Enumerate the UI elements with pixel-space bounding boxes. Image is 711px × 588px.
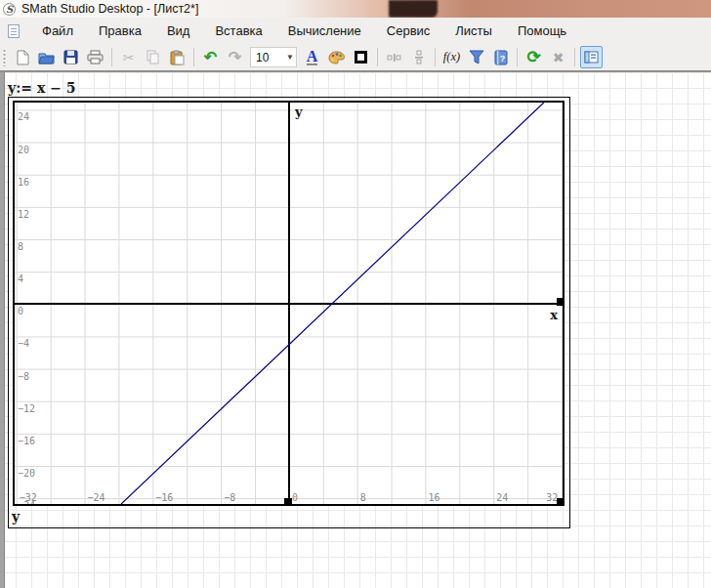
open-folder-icon [38, 50, 55, 64]
y-tick-label: 4 [18, 273, 23, 284]
title-bar: S SMath Studio Desktop - [Лист2*] [0, 0, 711, 18]
toolbar: ✂ ↶ ↷ 10 ▼ A f(x) ? [0, 44, 711, 72]
function-line [121, 103, 544, 504]
y-tick-label: 0 [18, 306, 23, 316]
y-tick-label: −20 [18, 468, 35, 479]
clipboard-icon [170, 50, 185, 65]
font-size-value: 10 [251, 51, 284, 64]
printer-icon [87, 50, 104, 64]
x-tick-label: 24 [496, 492, 508, 503]
menu-item-3[interactable]: Вид [154, 20, 203, 42]
x-tick-label: 8 [360, 492, 366, 503]
copy-pages-icon [146, 50, 160, 64]
plot-function-name[interactable]: y [12, 509, 20, 525]
x-axis-label: x [550, 308, 558, 322]
y-tick-label: −12 [18, 403, 35, 414]
x-tick-label: −24 [88, 492, 105, 503]
fx-icon: f(x) [443, 50, 460, 64]
help-book-icon: ? [494, 50, 508, 65]
x-tick-label: −8 [224, 492, 235, 503]
y-tick-label: 16 [18, 177, 29, 188]
worksheet-left-border [0, 72, 5, 588]
graph-area[interactable]: y x −32−24−16−80816243224201612840−4−8−1… [15, 103, 563, 504]
font-size-combobox[interactable]: 10 ▼ [250, 47, 297, 67]
open-button[interactable] [35, 46, 58, 68]
toolbar-separator [517, 48, 518, 66]
toolbar-grip[interactable] [3, 49, 6, 66]
font-button[interactable]: A [301, 46, 323, 68]
new-page-icon [15, 50, 30, 65]
resize-handle-corner[interactable] [557, 498, 565, 506]
resize-handle-right[interactable] [557, 298, 565, 306]
floppy-disk-icon [63, 50, 78, 64]
y-tick-label: 24 [18, 111, 29, 122]
definition-region[interactable]: y:= x − 5 [8, 80, 75, 96]
toolbar-separator [435, 48, 436, 66]
menu-item-1[interactable]: Файл [29, 20, 86, 42]
show-borders-button[interactable] [350, 46, 372, 68]
toolbar-separator [111, 48, 112, 66]
stop-x-icon: ✖ [553, 51, 565, 64]
y-tick-label: −16 [18, 436, 35, 446]
redo-arrow-icon: ↷ [229, 50, 241, 65]
refresh-icon: ⟳ [526, 49, 540, 65]
menu-item-2[interactable]: Правка [86, 20, 154, 42]
toolbar-separator [574, 48, 575, 66]
palette-icon [328, 51, 345, 64]
filter-button[interactable] [465, 46, 487, 68]
menu-items: ФайлПравкаВидВставкаВычислениеСервисЛист… [29, 20, 579, 42]
copy-button[interactable] [142, 46, 164, 68]
plot-line-svg [15, 103, 563, 504]
wallpaper-shadow [389, 0, 438, 18]
plot-region[interactable]: y x −32−24−16−80816243224201612840−4−8−1… [8, 97, 570, 528]
y-tick-label: 8 [18, 241, 23, 252]
new-sheet-button[interactable] [11, 46, 33, 68]
y-tick-label: −8 [18, 371, 29, 382]
undo-arrow-icon: ↶ [204, 50, 217, 65]
graph-box[interactable]: y x −32−24−16−80816243224201612840−4−8−1… [13, 101, 565, 506]
chevron-down-icon[interactable]: ▼ [284, 53, 296, 62]
y-axis-label: y [295, 105, 303, 119]
window-title: SMath Studio Desktop - [Лист2*] [21, 2, 198, 16]
svg-text:?: ? [499, 53, 504, 63]
y-tick-label: −4 [18, 338, 29, 349]
side-panel-icon [584, 51, 599, 63]
cut-button[interactable]: ✂ [117, 46, 140, 68]
x-tick-label: −16 [155, 492, 173, 503]
resize-handle-bottom[interactable] [284, 498, 292, 506]
y-tick-label: 12 [18, 209, 29, 220]
toolbar-separator [193, 48, 194, 66]
menu-item-7[interactable]: Листы [442, 20, 505, 42]
toolbar-separator [377, 48, 378, 66]
separator-horizontal-button[interactable] [383, 46, 405, 68]
reference-book-button[interactable]: ? [489, 46, 512, 68]
side-panel-toggle-button[interactable] [580, 46, 603, 68]
border-square-icon [355, 51, 367, 63]
vertical-separator-icon [414, 50, 424, 64]
funnel-icon [469, 50, 484, 64]
print-button[interactable] [84, 46, 106, 68]
app-window: S SMath Studio Desktop - [Лист2*] ФайлПр… [0, 0, 711, 588]
horizontal-separator-icon [387, 53, 401, 63]
interrupt-button[interactable]: ✖ [547, 46, 569, 68]
menu-bar: ФайлПравкаВидВставкаВычислениеСервисЛист… [0, 18, 711, 44]
document-icon[interactable] [8, 24, 20, 38]
color-scheme-button[interactable] [325, 46, 348, 68]
menu-item-4[interactable]: Вставка [202, 20, 274, 42]
separator-vertical-button[interactable] [407, 46, 430, 68]
y-tick-label: −24 [18, 500, 35, 504]
font-letter-icon: A [307, 49, 318, 65]
undo-button[interactable]: ↶ [199, 46, 222, 68]
insert-function-button[interactable]: f(x) [440, 46, 463, 68]
menu-item-6[interactable]: Сервис [374, 20, 443, 42]
worksheet-canvas[interactable]: y:= x − 5 y x −32−24−16−8081624322420161… [0, 72, 711, 588]
scissors-icon: ✂ [123, 51, 135, 64]
app-logo-icon: S [3, 3, 16, 16]
save-button[interactable] [60, 46, 82, 68]
paste-button[interactable] [166, 46, 188, 68]
menu-item-8[interactable]: Помощь [505, 20, 579, 42]
recalculate-button[interactable]: ⟳ [523, 46, 545, 68]
redo-button[interactable]: ↷ [224, 46, 246, 68]
menu-item-5[interactable]: Вычисление [275, 20, 374, 42]
x-tick-label: 0 [292, 492, 298, 503]
